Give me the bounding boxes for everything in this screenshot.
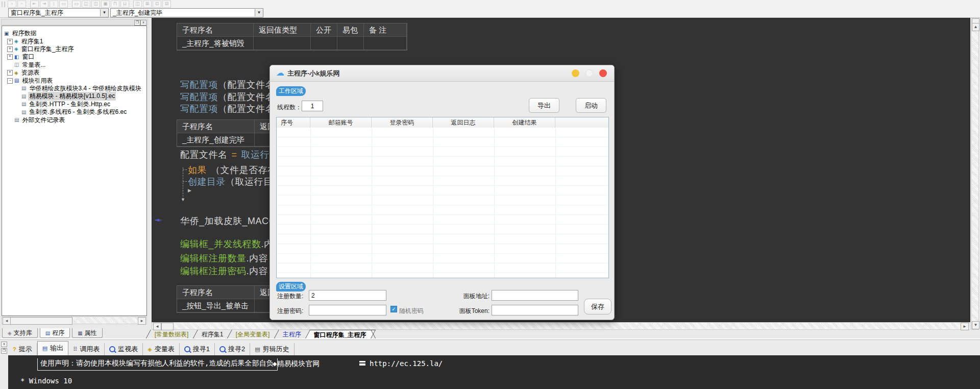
panel-close-button[interactable]: x [1, 342, 7, 347]
align-tool-icon[interactable]: ▫ [17, 1, 26, 8]
expander-icon[interactable]: + [7, 46, 13, 52]
toolbar-grip[interactable] [2, 2, 5, 7]
tab-support-libs[interactable]: ◈ 支持库 [2, 328, 38, 338]
scroll-right-icon[interactable]: ► [961, 323, 969, 330]
expander-icon[interactable]: + [7, 54, 13, 60]
column-header[interactable]: 序号 [277, 117, 310, 128]
expander-icon[interactable]: + [7, 39, 13, 44]
tab-call-table[interactable]: ⠿调用表 [68, 343, 105, 355]
scroll-up-icon[interactable]: ▲ [972, 23, 979, 31]
event-combo[interactable]: _主程序_创建完毕 ▼ [110, 8, 263, 17]
tab-program[interactable]: ▤ 程序 [40, 328, 70, 338]
panel-titlebar[interactable]: ❐ x [1, 19, 148, 25]
tab-const-data-table[interactable]: [常量数据表] [145, 330, 197, 339]
minimize-button[interactable] [572, 69, 579, 77]
align-tool-icon[interactable]: ◫ [82, 1, 90, 8]
tree-item-module-jingyi[interactable]: ▤ 精易模块 - 精易模块[v11.0.5].ec [2, 92, 146, 100]
scrollbar-thumb[interactable] [10, 317, 72, 325]
export-button[interactable]: 导出 [529, 98, 559, 113]
flow-connector [183, 169, 187, 170]
tab-global-vars[interactable]: [全局变量表] [227, 330, 279, 339]
align-tool-icon[interactable]: ⇥ [40, 1, 48, 8]
work-area-tag: 工作区域 [276, 86, 306, 96]
column-header[interactable]: 邮箱账号 [310, 117, 372, 128]
tab-hint[interactable]: ?提示 [8, 343, 37, 355]
column-header[interactable]: 登录密码 [372, 117, 433, 128]
align-tool-icon[interactable]: ▫ [8, 1, 16, 8]
scroll-down-icon[interactable]: ▼ [972, 321, 979, 329]
main-program-dialog: ☁ 主程序-小k娱乐网 工作区域 线程数： 导出 启动 序号 邮箱账号 登录密码… [270, 65, 615, 320]
align-tool-icon[interactable]: ⊓ [111, 1, 119, 8]
tab-watch-table[interactable]: 监视表 [105, 343, 143, 355]
panel-restore-button[interactable]: ❐ [134, 20, 140, 26]
column-header[interactable]: 创建结果 [494, 117, 555, 128]
tree-item-window[interactable]: + ◧ 窗口 [2, 53, 146, 61]
tab-search2[interactable]: 搜寻2 [215, 343, 250, 355]
tree-item-program-data[interactable]: ▣ 程序数据 [2, 30, 146, 37]
scroll-left-icon[interactable]: ◂ [3, 317, 11, 325]
scope-combo[interactable]: 窗口程序集_主程序 ▼ [8, 8, 109, 17]
tab-search1[interactable]: 搜寻1 [180, 343, 215, 355]
align-tool-icon[interactable]: ⊟ [162, 1, 171, 8]
panel-address-input[interactable] [492, 290, 578, 301]
expander-icon[interactable]: + [7, 70, 13, 76]
tree-item-module-http[interactable]: ▤ 鱼刺类.HTTP - 鱼刺类.Http.ec [2, 101, 146, 108]
align-tool-icon[interactable]: ▭ [59, 1, 68, 8]
tab-variable-table[interactable]: ◈变量表 [143, 343, 179, 355]
chevron-down-icon[interactable]: ▼ [255, 9, 263, 16]
tree-item-external-files[interactable]: ▤ 外部文件记录表 [2, 116, 146, 124]
listview-body[interactable] [277, 128, 608, 278]
column-header[interactable]: 返回日志 [433, 117, 494, 128]
tree-item-window-assembly[interactable]: + ◈ 窗口程序集_主程序 [2, 45, 146, 53]
account-listview[interactable]: 序号 邮箱账号 登录密码 返回日志 创建结果 [276, 117, 609, 278]
tree-item-module-skin[interactable]: ▤ 华侨精绘皮肤模块3.4 - 华侨精绘皮肤模块 [2, 85, 146, 92]
chevron-down-icon[interactable]: ▼ [100, 9, 108, 16]
panel-close-button[interactable]: x [140, 20, 146, 26]
code-call: 创建目录 [188, 177, 226, 187]
align-tool-icon[interactable]: ⊞ [143, 1, 152, 8]
align-tool-icon[interactable]: ▭ [72, 1, 81, 8]
tab-clip-history[interactable]: ▤剪辑历史 [250, 343, 294, 355]
reg-count-input[interactable] [309, 290, 386, 301]
scrollbar-thumb[interactable] [161, 323, 174, 330]
align-tool-icon[interactable]: ⊡ [153, 1, 161, 8]
tab-assembly1[interactable]: 程序集1 [192, 330, 232, 339]
expander-icon[interactable]: - [7, 78, 13, 84]
tree-horizontal-scrollbar[interactable]: ◂ ▸ [2, 317, 147, 324]
tree-item-resource-table[interactable]: + ◈ 资源表 [2, 69, 146, 77]
scroll-left-icon[interactable]: ◄ [153, 323, 161, 330]
align-tool-icon[interactable]: ◫ [133, 1, 142, 8]
bookmark-icon[interactable]: ⇥▫ [155, 216, 162, 224]
align-tool-icon[interactable]: ⇤ [30, 1, 39, 8]
tree-item-const-table[interactable]: ◫ 常量表... [2, 61, 146, 69]
align-tool-icon[interactable]: ⊔ [120, 1, 129, 8]
editor-vertical-scrollbar[interactable]: ▲ ▼ [971, 18, 979, 330]
tab-output[interactable]: ▤输出 [37, 341, 68, 355]
tree-item-module-thread[interactable]: ▤ 鱼刺类.多线程6 - 鱼刺类.多线程6.ec [2, 108, 146, 116]
start-button[interactable]: 启动 [576, 98, 606, 113]
tree-item-assembly1[interactable]: + ◈ 程序集1 [2, 37, 146, 45]
tab-properties[interactable]: ▦ 属性 [72, 328, 102, 338]
maximize-button[interactable] [585, 69, 593, 77]
dialog-titlebar[interactable]: ☁ 主程序-小k娱乐网 [270, 65, 614, 82]
align-tool-icon[interactable]: ↨ [50, 1, 58, 8]
reg-password-input[interactable] [309, 305, 386, 315]
save-button[interactable]: 保存 [584, 299, 611, 314]
editor-horizontal-scrollbar[interactable]: ◄ ► [152, 322, 970, 330]
module-site-url[interactable]: http://ec.125.la/ [370, 359, 443, 368]
close-button[interactable] [599, 69, 607, 77]
align-tool-icon[interactable]: ◫ [91, 1, 100, 8]
align-tool-icon[interactable]: ▣ [101, 1, 110, 8]
panel-pin-button[interactable]: ❐ [1, 348, 7, 354]
output-console[interactable]: 使用声明：请勿使用本模块编写有损他人利益的软件,造成的后果全部自负 ◆精易模块官… [8, 355, 980, 389]
scroll-right-icon[interactable]: ▸ [138, 317, 146, 325]
project-tree[interactable]: ▣ 程序数据 + ◈ 程序集1 + ◈ 窗口程序集_主程序 + ◧ 窗口 ◫ 常… [2, 26, 147, 316]
column-header: 子程序名 [177, 286, 255, 299]
tree-item-module-refs[interactable]: - ▤ 模块引用表 [2, 77, 146, 84]
thread-count-input[interactable] [302, 101, 323, 111]
table-cell [337, 37, 364, 50]
panel-token-input[interactable] [492, 305, 578, 315]
tab-main-program[interactable]: 主程序 [274, 330, 310, 339]
output-tab-bar: ?提示 ▤输出 ⠿调用表 监视表 ◈变量表 搜寻1 搜寻2 ▤剪辑历史 [8, 341, 980, 355]
random-password-checkbox[interactable]: ✓ [390, 306, 397, 312]
